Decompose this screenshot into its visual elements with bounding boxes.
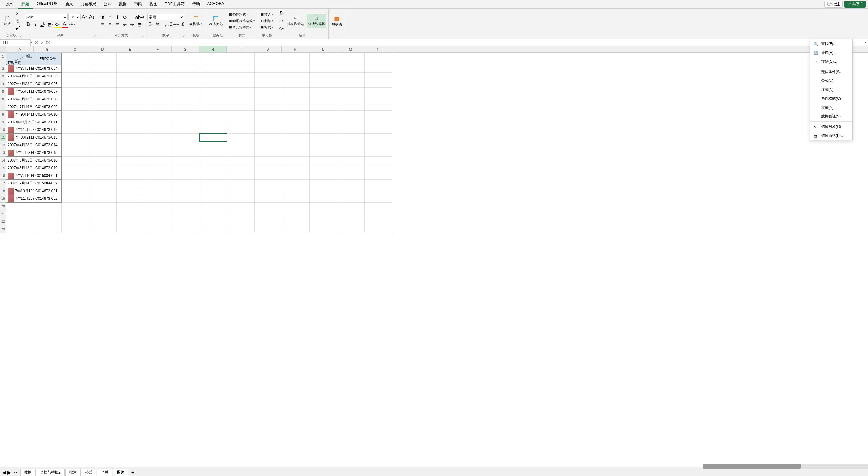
cell-N8[interactable] xyxy=(365,111,392,118)
cell-J12[interactable] xyxy=(254,141,282,149)
menu-item-2[interactable]: OfficePLUS xyxy=(33,0,61,8)
cell-G23[interactable] xyxy=(172,226,199,233)
row-header-13[interactable]: 13 xyxy=(0,149,6,157)
cell-M10[interactable] xyxy=(337,126,365,134)
cell-E13[interactable] xyxy=(117,149,144,157)
cell-A2[interactable]: 7年3月21日 xyxy=(6,65,34,72)
cell-H23[interactable] xyxy=(199,226,227,233)
cell-H21[interactable] xyxy=(199,210,227,218)
cell-E9[interactable] xyxy=(117,118,144,126)
merge-button[interactable]: ⊟▾ xyxy=(136,21,143,28)
cell-style-button[interactable]: ⊞ 单元格样式▾ xyxy=(228,25,256,30)
cell-K11[interactable] xyxy=(282,134,310,141)
cell-B11[interactable]: C014673-013 xyxy=(34,134,62,141)
cell-N5[interactable] xyxy=(365,88,392,96)
cell-L23[interactable] xyxy=(310,226,337,233)
cell-N15[interactable] xyxy=(365,164,392,172)
cell-N11[interactable] xyxy=(365,134,392,141)
align-left-button[interactable]: ≡ xyxy=(99,21,106,28)
cell-N10[interactable] xyxy=(365,126,392,134)
cell-D23[interactable] xyxy=(89,226,117,233)
cell-F1[interactable] xyxy=(144,53,172,65)
cell-G19[interactable] xyxy=(172,195,199,203)
cell-K13[interactable] xyxy=(282,149,310,157)
cell-C13[interactable] xyxy=(62,149,89,157)
formula-expand[interactable]: ▾ xyxy=(865,41,866,44)
cell-D19[interactable] xyxy=(89,195,117,203)
cell-A3[interactable]: 2007年4月28日 xyxy=(6,72,34,80)
cell-L22[interactable] xyxy=(310,218,337,226)
cell-F14[interactable] xyxy=(144,157,172,164)
menu-item-4[interactable]: 页面布局 xyxy=(76,0,100,8)
cell-A12[interactable]: 2007年4月28日 xyxy=(6,141,34,149)
cell-J1[interactable] xyxy=(254,53,282,65)
cell-C5[interactable] xyxy=(62,88,89,96)
cell-L5[interactable] xyxy=(310,88,337,96)
paste-button[interactable]: 粘贴 xyxy=(2,14,13,28)
cell-B15[interactable]: C014673-019 xyxy=(34,164,62,172)
cell-I13[interactable] xyxy=(227,149,254,157)
cell-I1[interactable] xyxy=(227,53,254,65)
cell-M4[interactable] xyxy=(337,80,365,88)
cell-F15[interactable] xyxy=(144,164,172,172)
decrease-decimal-button[interactable]: ←.0 xyxy=(177,21,183,28)
cell-B18[interactable]: C014673-001 xyxy=(34,187,62,195)
cell-E15[interactable] xyxy=(117,164,144,172)
cell-L7[interactable] xyxy=(310,103,337,111)
cell-H2[interactable] xyxy=(199,65,227,72)
cell-H1[interactable] xyxy=(199,53,227,65)
phonetic-button[interactable]: wèn▾ xyxy=(69,21,76,28)
cell-A14[interactable]: 2007年5月31日 xyxy=(6,157,34,164)
cell-A8[interactable]: 7年9月14日 xyxy=(6,111,34,118)
cell-J19[interactable] xyxy=(254,195,282,203)
cell-A21[interactable] xyxy=(6,210,34,218)
cell-J22[interactable] xyxy=(254,218,282,226)
cell-A22[interactable] xyxy=(6,218,34,226)
cell-M7[interactable] xyxy=(337,103,365,111)
cell-C8[interactable] xyxy=(62,111,89,118)
row-header-3[interactable]: 3 xyxy=(0,72,6,80)
cell-L10[interactable] xyxy=(310,126,337,134)
cell-N21[interactable] xyxy=(365,210,392,218)
cell-I7[interactable] xyxy=(227,103,254,111)
cell-L11[interactable] xyxy=(310,134,337,141)
row-header-12[interactable]: 12 xyxy=(0,141,6,149)
cell-D7[interactable] xyxy=(89,103,117,111)
copy-button[interactable]: ⎘ xyxy=(14,18,21,24)
dropdown-item-4[interactable]: 公式(U) xyxy=(810,76,852,86)
cell-N4[interactable] xyxy=(365,80,392,88)
cell-D17[interactable] xyxy=(89,179,117,187)
cell-B23[interactable] xyxy=(34,226,62,233)
menu-item-5[interactable]: 公式 xyxy=(100,0,115,8)
cell-L19[interactable] xyxy=(310,195,337,203)
cell-H5[interactable] xyxy=(199,88,227,96)
row-header-7[interactable]: 7 xyxy=(0,103,6,111)
cell-K18[interactable] xyxy=(282,187,310,195)
cell-I20[interactable] xyxy=(227,203,254,210)
cell-I17[interactable] xyxy=(227,179,254,187)
cell-G6[interactable] xyxy=(172,96,199,103)
cell-L3[interactable] xyxy=(310,72,337,80)
cell-B20[interactable] xyxy=(34,203,62,210)
cell-L17[interactable] xyxy=(310,179,337,187)
orientation-button[interactable]: ⟲▾ xyxy=(121,14,128,21)
cell-F21[interactable] xyxy=(144,210,172,218)
cell-J5[interactable] xyxy=(254,88,282,96)
cell-L8[interactable] xyxy=(310,111,337,118)
col-header-L[interactable]: L xyxy=(309,46,337,52)
format-button[interactable]: ⊞ 格式 ▾ xyxy=(260,25,274,30)
dropdown-item-8[interactable]: 数据验证(V) xyxy=(810,112,852,121)
row-header-21[interactable]: 21 xyxy=(0,210,6,218)
cell-M12[interactable] xyxy=(337,141,365,149)
cell-E5[interactable] xyxy=(117,88,144,96)
cell-K6[interactable] xyxy=(282,96,310,103)
cell-C20[interactable] xyxy=(62,203,89,210)
cell-J16[interactable] xyxy=(254,172,282,179)
cell-A20[interactable] xyxy=(6,203,34,210)
cell-H14[interactable] xyxy=(199,157,227,164)
col-header-C[interactable]: C xyxy=(61,46,89,52)
cell-A10[interactable]: 7年11月20日 xyxy=(6,126,34,134)
cell-D5[interactable] xyxy=(89,88,117,96)
font-name-select[interactable]: 宋体 xyxy=(25,14,68,21)
cell-M5[interactable] xyxy=(337,88,365,96)
